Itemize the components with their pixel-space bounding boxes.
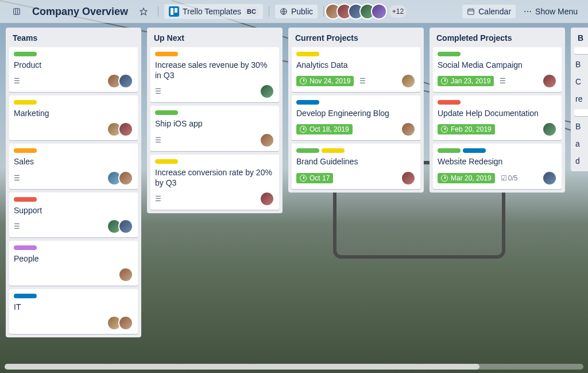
card[interactable]: Marketing [9,95,138,140]
card[interactable]: Ship iOS app [150,106,279,151]
due-date-badge[interactable]: Nov 24, 2019 [296,76,354,86]
card-label[interactable] [296,148,319,153]
due-date-badge[interactable]: Mar 20, 2019 [438,173,495,183]
avatar[interactable] [260,84,274,99]
header-avatar-stack[interactable]: +12 [330,3,407,20]
list: TeamsProductMarketingSalesSupportPeopleI… [6,28,141,337]
avatar[interactable] [542,122,557,137]
show-menu-button[interactable]: ⋯ Show Menu [519,5,582,18]
card[interactable]: Product [9,47,138,92]
checklist-badge: 0/5 [501,174,518,182]
list-title[interactable]: Teams [9,31,138,44]
card-cutoff[interactable] [574,109,588,116]
avatar[interactable] [118,316,133,330]
card[interactable]: Analytics DataNov 24, 2019 [292,47,420,92]
card[interactable]: Social Media CampaignJan 23, 2019 [433,47,562,92]
clock-icon [441,78,448,84]
card-footer [155,133,274,148]
card-labels [155,52,274,56]
list-title[interactable]: Current Projects [292,31,420,44]
card-footer: Nov 24, 2019 [296,74,416,89]
card-title: Increase sales revenue by 30% in Q3 [155,60,274,80]
avatar[interactable] [118,122,133,137]
avatar[interactable] [118,74,133,89]
card-label[interactable] [14,245,37,250]
card-footer [155,191,274,206]
horizontal-scrollbar[interactable] [5,364,583,370]
card-labels [155,110,274,115]
avatar[interactable] [542,74,557,89]
card[interactable]: IT [9,289,138,334]
board-canvas[interactable]: TeamsProductMarketingSalesSupportPeopleI… [0,23,588,373]
card-label[interactable] [438,52,461,56]
visibility-button[interactable]: Public [275,5,318,18]
card[interactable]: Website RedesignMar 20, 20190/5 [433,144,562,189]
due-date-badge[interactable]: Oct 18, 2019 [296,124,353,134]
cutoff-text: d [574,154,588,168]
card-label[interactable] [296,100,319,105]
calendar-button[interactable]: Calendar [462,5,516,18]
board-icon-button[interactable] [8,5,25,18]
card-members [546,74,557,89]
card[interactable]: Update Help DocumentationFeb 20, 2019 [433,95,562,140]
avatar-more-count[interactable]: +12 [389,5,407,18]
avatar[interactable] [260,191,274,206]
card-label[interactable] [463,148,486,153]
card-badges: Jan 23, 2019 [438,76,506,86]
card[interactable]: Brand GuidelinesOct 17 [292,144,420,189]
card-label[interactable] [438,100,461,105]
card-labels [14,294,133,298]
board-icon [13,7,21,16]
card-label[interactable] [155,110,178,115]
card-cutoff[interactable] [574,47,588,54]
card-labels [14,52,133,56]
list-cutoff: BBCreBad [571,28,588,171]
card-footer [14,74,133,89]
avatar[interactable] [401,122,416,137]
card-label[interactable] [14,294,37,298]
card-label[interactable] [14,197,37,202]
card[interactable]: Develop Engineering BlogOct 18, 2019 [292,95,420,140]
avatar[interactable] [401,171,416,186]
card-footer [14,219,133,234]
card-badges [14,174,20,182]
scrollbar-thumb[interactable] [5,364,479,370]
avatar[interactable] [118,171,133,186]
divider [269,6,269,17]
card-label[interactable] [14,148,37,153]
avatar[interactable] [260,133,274,148]
card-badges [155,136,161,144]
card[interactable]: Support [9,193,138,237]
list-title[interactable]: Completed Projects [433,31,562,44]
card-label[interactable] [322,148,345,153]
avatar[interactable] [401,74,416,89]
card-label[interactable] [155,159,178,164]
avatar[interactable] [118,219,133,234]
card[interactable]: Increase conversion rate by 20% by Q3 [150,155,279,210]
list-title[interactable]: B [574,31,588,44]
card-title: People [14,253,133,264]
card-label[interactable] [155,52,178,56]
card-members [122,267,133,282]
card-label[interactable] [296,52,319,56]
list-title[interactable]: Up Next [150,31,279,44]
card[interactable]: Increase sales revenue by 30% in Q3 [150,47,279,102]
avatar[interactable] [371,3,387,20]
due-date-badge[interactable]: Feb 20, 2019 [438,124,495,134]
avatar[interactable] [542,171,557,186]
card-members [546,171,557,186]
avatar[interactable] [118,267,133,282]
due-date-badge[interactable]: Jan 23, 2019 [438,76,494,86]
card-labels [155,159,274,164]
card-label[interactable] [438,148,461,153]
due-date-badge[interactable]: Oct 17 [296,173,333,183]
templates-button[interactable]: Trello Templates BC [164,4,263,19]
card[interactable]: People [9,241,138,286]
board-name[interactable]: Company Overview [29,5,131,19]
list: Up NextIncrease sales revenue by 30% in … [147,28,283,213]
card-label[interactable] [14,52,37,56]
card[interactable]: Sales [9,144,138,189]
card-label[interactable] [14,100,37,105]
star-button[interactable] [135,5,152,18]
calendar-label: Calendar [478,7,511,16]
